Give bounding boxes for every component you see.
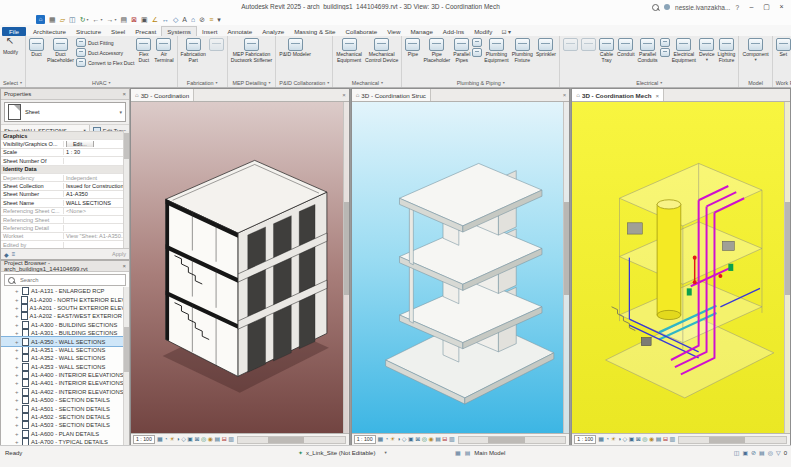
browser-item-a1-a352-wall-sections[interactable]: +A1-A352 - WALL SECTIONS xyxy=(1,354,124,362)
workset-dropdown-icon[interactable]: ▾ xyxy=(384,450,386,455)
project-browser-close-icon[interactable]: × xyxy=(122,263,126,269)
panel-launcher-icon[interactable]: ▾ xyxy=(269,80,271,85)
ribbon-button-p-id-modeler[interactable]: P&ID Modeler xyxy=(278,37,312,78)
canvas-coordination-struc[interactable]: 1 : 100 ▦◔☀◑◇▣⊠◎◉▤⊟▥ xyxy=(352,102,570,445)
browser-item-a1-a202-east-west-exterior-elevat[interactable]: +A1-A202 - EAST/WEST EXTERIOR ELEVAT... xyxy=(1,312,124,320)
vertical-scrollbar[interactable] xyxy=(343,102,349,434)
expand-icon[interactable]: + xyxy=(15,355,20,361)
search-icon[interactable] xyxy=(652,4,659,11)
measure-icon[interactable]: ∠ xyxy=(152,15,158,24)
tab-collaborate[interactable]: Collaborate xyxy=(341,27,383,36)
ribbon-button-electrical-equipment[interactable]: Electrical Equipment xyxy=(671,37,697,78)
tab-annotate[interactable]: Annotate xyxy=(222,27,257,36)
vertical-scrollbar[interactable] xyxy=(784,102,790,434)
text-icon[interactable]: A xyxy=(182,15,187,24)
tab-modify[interactable]: Modify xyxy=(469,27,497,36)
ribbon-button-plumbing-equipment[interactable]: Plumbing Equipment xyxy=(483,37,509,78)
minimize-button[interactable]: – xyxy=(744,3,759,11)
browser-item-a1-a600-plan-details[interactable]: +A1-A600 - PLAN DETAILS xyxy=(1,430,124,438)
expand-icon[interactable]: + xyxy=(15,313,19,319)
browser-item-a1-a353-wall-sections[interactable]: +A1-A353 - WALL SECTIONS xyxy=(1,363,124,371)
expand-icon[interactable]: + xyxy=(15,422,20,428)
ribbon-button-device[interactable]: Device▾ xyxy=(698,37,716,78)
tab-file[interactable]: File xyxy=(2,27,26,36)
browser-item-a1-a201-south-exterior-elevation[interactable]: +A1-A201 - SOUTH EXTERIOR ELEVATION xyxy=(1,304,124,312)
panel-label-work-plane[interactable]: Work Plane xyxy=(773,78,791,87)
canvas-coordination[interactable]: 1 : 100 ▦◔☀◑◇▣⊠◎◉▤⊟▥ xyxy=(131,102,349,445)
tab-structure[interactable]: Structure xyxy=(71,27,106,36)
tab-insert[interactable]: Insert xyxy=(197,27,222,36)
visual-style-icon[interactable]: ◔ xyxy=(385,436,389,443)
horizontal-scrollbar[interactable] xyxy=(678,436,787,444)
worksharing-display-icon[interactable]: ▥ xyxy=(228,436,234,443)
temporary-hide-isolate-icon[interactable]: ◎ xyxy=(642,436,647,443)
temporary-hide-isolate-icon[interactable]: ◎ xyxy=(422,436,427,443)
ribbon-button-duct-fitting[interactable]: Duct Fitting xyxy=(76,38,134,47)
browser-item-a1-a501-section-details[interactable]: +A1-A501 - SECTION DETAILS xyxy=(1,404,124,412)
panel-label-mechanical[interactable]: Mechanical▾ xyxy=(333,78,401,87)
tab-architecture[interactable]: Architecture xyxy=(28,27,71,36)
view-tab-coordination-struc[interactable]: ⌂ 3D - Coordination Struc xyxy=(352,89,431,101)
browser-scrollbar[interactable] xyxy=(123,287,129,445)
redo-icon[interactable]: →▾ xyxy=(107,15,117,24)
properties-help-icon[interactable]: ◆ xyxy=(4,251,9,258)
browser-item-a1-a301-building-sections[interactable]: +A1-A301 - BUILDING SECTIONS xyxy=(1,329,124,337)
reveal-hidden-elements-icon[interactable]: ◉ xyxy=(649,436,654,443)
reveal-hidden-elements-icon[interactable]: ◉ xyxy=(428,436,433,443)
ribbon-button-plumbing-fixture[interactable]: Plumbing Fixture xyxy=(511,37,534,78)
sync-with-central-icon[interactable]: ↻▾ xyxy=(80,15,89,24)
rendering-dialog-icon[interactable]: ◇ xyxy=(181,436,186,443)
browser-search[interactable] xyxy=(4,274,126,286)
default-3d-view-icon[interactable]: ⌂ xyxy=(191,15,195,24)
tab-manage[interactable]: Manage xyxy=(405,27,437,36)
help-menu[interactable]: ? xyxy=(735,4,739,11)
visual-style-icon[interactable]: ◔ xyxy=(164,436,168,443)
temporary-hide-isolate-icon[interactable]: ◎ xyxy=(201,436,206,443)
rendering-dialog-icon[interactable]: ◇ xyxy=(623,436,628,443)
ribbon-button-pipe-fitting-icon[interactable] xyxy=(472,38,482,47)
panel-label-electrical[interactable]: Electrical▾ xyxy=(560,78,738,87)
panel-launcher-icon[interactable]: ▾ xyxy=(109,80,111,85)
reveal-hidden-elements-icon[interactable]: ◉ xyxy=(208,436,213,443)
ribbon-button-mep-fabrication-ductwork-stiffener[interactable]: MEP Fabrication Ductwork Stiffener xyxy=(230,37,274,78)
constraints-icon[interactable]: ⊟ xyxy=(442,436,447,443)
ribbon-button-cable-tray-fitting-icon[interactable] xyxy=(660,48,670,57)
ribbon-button-sprinkler[interactable]: Sprinkler xyxy=(535,37,557,78)
crop-view-icon[interactable]: ▣ xyxy=(187,436,193,443)
vertical-scrollbar[interactable] xyxy=(563,102,569,434)
panel-label-mep-detailing[interactable]: MEP Detailing▾ xyxy=(228,78,276,87)
ribbon-display-toggle-icon[interactable]: ⊡ ▾ xyxy=(501,28,511,36)
worksharing-display-icon[interactable]: ▥ xyxy=(670,436,676,443)
panel-launcher-icon[interactable]: ▾ xyxy=(660,80,662,85)
panel-label-plumbing-piping[interactable]: Plumbing & Piping▾ xyxy=(402,78,559,87)
constraints-icon[interactable]: ⊟ xyxy=(222,436,227,443)
undo-icon-dropdown[interactable]: ▾ xyxy=(101,15,103,24)
expand-icon[interactable]: + xyxy=(15,322,20,328)
horizontal-scrollbar[interactable] xyxy=(458,436,567,444)
tab-add-ins[interactable]: Add-Ins xyxy=(438,27,469,36)
crop-region-icon[interactable]: ⊠ xyxy=(415,436,420,443)
sun-path-icon[interactable]: ☀ xyxy=(169,436,174,443)
tab-massing-site[interactable]: Massing & Site xyxy=(289,27,340,36)
expand-icon[interactable]: + xyxy=(15,364,20,370)
expand-icon[interactable]: + xyxy=(15,389,20,395)
panel-label-fabrication[interactable]: Fabrication▾ xyxy=(178,78,227,87)
browser-item-a1-a400-interior-elevations[interactable]: +A1-A400 - INTERIOR ELEVATIONS xyxy=(1,371,124,379)
ribbon-button-flex-duct[interactable]: Flex Duct xyxy=(135,37,152,78)
mep-3d-model[interactable] xyxy=(572,102,790,445)
browser-item-a1-a200-north-exterior-elevation[interactable]: +A1-A200 - NORTH EXTERIOR ELEVATION xyxy=(1,295,124,303)
ribbon-button-mechanical-equipment[interactable]: Mechanical Equipment xyxy=(335,37,363,78)
browser-item-a1-a351-wall-sections[interactable]: +A1-A351 - WALL SECTIONS xyxy=(1,346,124,354)
crop-region-icon[interactable]: ⊠ xyxy=(194,436,199,443)
shadows-icon[interactable]: ◑ xyxy=(617,436,621,443)
detail-level-icon[interactable]: ▦ xyxy=(598,436,604,443)
panel-launcher-icon[interactable]: ▾ xyxy=(503,80,505,85)
expand-icon[interactable]: + xyxy=(15,305,19,311)
panel-label-model[interactable]: Model xyxy=(739,78,771,87)
panel-launcher-icon[interactable]: ▾ xyxy=(381,80,383,85)
edit-visibility-button[interactable]: Edit... xyxy=(66,141,94,147)
expand-icon[interactable]: + xyxy=(15,330,20,336)
temporary-view-properties-icon[interactable]: ▤ xyxy=(215,436,221,443)
view-tab-coordination-mech[interactable]: ⌂ 3D - Coordination Mech × xyxy=(572,89,664,101)
crop-view-icon[interactable]: ▣ xyxy=(629,436,635,443)
